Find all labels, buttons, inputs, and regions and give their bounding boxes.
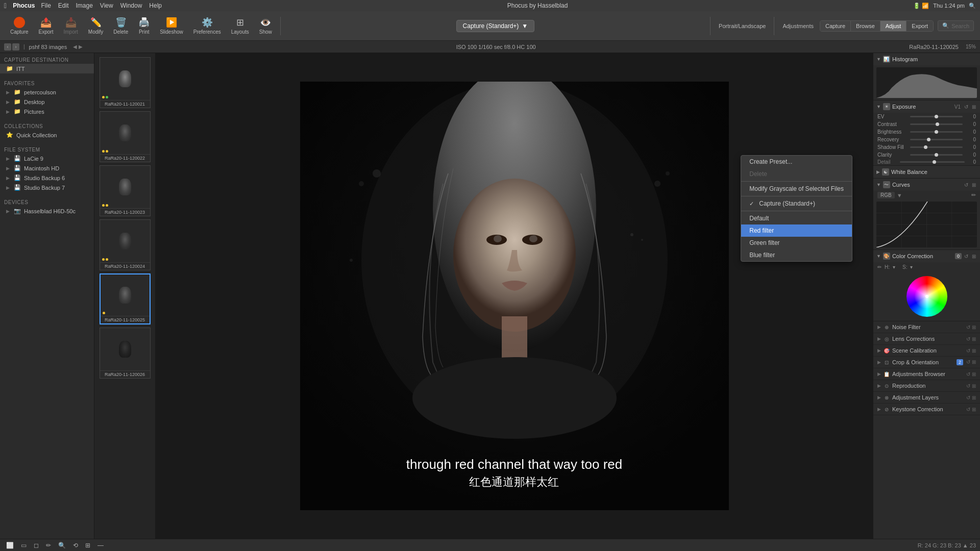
film-thumb-4[interactable]: RaRa20-11-120024 [100,219,151,270]
repro-options[interactable]: ⊞ [972,383,976,389]
tab-browse[interactable]: Browse [851,21,880,31]
delete-button[interactable]: 🗑️ Delete [109,15,132,37]
wb-header[interactable]: ▶ ☯ White Balance [873,166,980,178]
shadow-fill-thumb[interactable] [924,145,927,149]
export-button[interactable]: 📤 Export [35,15,58,37]
dropdown-red-filter[interactable]: Red filter [741,224,852,237]
brightness-thumb[interactable] [935,130,938,134]
section-keystone[interactable]: ▶ ⊘ Keystone Correction ↺ ⊞ [873,404,980,415]
tool-rect2[interactable]: ▭ [19,541,29,550]
detail-thumb[interactable] [933,160,936,164]
film-thumb-3[interactable]: RaRa20-11-120023 [100,165,151,216]
curves-display[interactable] [876,202,977,247]
modify-button[interactable]: ✏️ Modify [84,15,107,37]
sidebar-item-pictures[interactable]: ▶ 📁 Pictures [0,107,94,116]
exposure-options[interactable]: ⊞ [971,104,977,110]
histogram-header[interactable]: ▼ 📊 Histogram [873,53,980,65]
film-thumb-2[interactable]: RaRa20-11-120022 [100,111,151,162]
contrast-thumb[interactable] [936,122,939,126]
sidebar-item-studio6[interactable]: ▶ 💾 Studio Backup 6 [0,173,94,183]
keystone-reset[interactable]: ↺ [966,407,970,412]
eyedropper-icon[interactable]: ✏ [971,192,976,198]
tool-crop[interactable]: ◻ [32,541,41,550]
nav-back[interactable]: ‹ [4,43,11,51]
section-crop-orientation[interactable]: ▶ ⊡ Crop & Orientation 2 ↺ ⊞ [873,357,980,368]
sidebar-item-petercoulson[interactable]: ▶ 📁 petercoulson [0,87,94,97]
recovery-track[interactable] [910,139,963,140]
tab-export[interactable]: Export [906,21,933,31]
preferences-button[interactable]: ⚙️ Preferences [189,15,225,37]
dropdown-blue-filter[interactable]: Blue filter [741,249,852,261]
nav-forward[interactable]: › [12,43,19,51]
section-reproduction[interactable]: ▶ ⊙ Reproduction ↺ ⊞ [873,380,980,392]
section-scene-calibration[interactable]: ▶ 🎯 Scene Calibration ↺ ⊞ [873,345,980,357]
menu-window[interactable]: Window [120,2,142,9]
section-adjustments-browser[interactable]: ▶ 📋 Adjustments Browser ↺ ⊞ [873,368,980,380]
menu-image[interactable]: Image [76,2,93,9]
folder-itt[interactable]: 📁 ITT [0,64,94,73]
menu-view[interactable]: View [100,2,113,9]
cc-reset[interactable]: ↺ [963,253,969,260]
noise-reset[interactable]: ↺ [966,324,970,330]
curves-dropdown-arrow[interactable]: ▼ [897,192,902,198]
print-button[interactable]: 🖨️ Print [134,15,154,37]
section-noise-filter[interactable]: ▶ ⊕ Noise Filter ↺ ⊞ [873,321,980,333]
dropdown-default[interactable]: Default [741,212,852,224]
tool-zoom[interactable]: 🔍 [56,541,68,550]
tab-capture[interactable]: Capture [820,21,851,31]
lens-reset[interactable]: ↺ [966,336,970,342]
keystone-options[interactable]: ⊞ [972,407,976,412]
noise-options[interactable]: ⊞ [972,324,976,330]
sidebar-item-hasselblad[interactable]: ▶ 📷 Hasselblad H6D-50c [0,206,94,216]
adjbrowser-reset[interactable]: ↺ [966,371,970,377]
sidebar-item-macintosh[interactable]: ▶ 💾 Macintosh HD [0,163,94,173]
capture-dropdown[interactable]: Capture (Standard+) ▼ [456,20,535,32]
tool-pen[interactable]: ✏ [44,541,53,550]
dropdown-modify-grayscale[interactable]: Modify Grayscale of Selected Files [741,183,852,195]
scene-reset[interactable]: ↺ [966,348,970,354]
dropdown-green-filter[interactable]: Green filter [741,237,852,249]
search-icon[interactable]: 🔍 [969,3,976,9]
sidebar-item-lacie[interactable]: ▶ 💾 LaCie 9 [0,154,94,163]
import-button[interactable]: 📥 Import [59,15,82,37]
film-thumb-6[interactable]: RaRa20-11-120026 [100,328,151,379]
repro-reset[interactable]: ↺ [966,383,970,389]
film-thumb-1[interactable]: RaRa20-11-120021 [100,57,151,108]
adjlayers-options[interactable]: ⊞ [972,395,976,400]
capture-button[interactable]: Capture [6,15,33,37]
menu-file[interactable]: File [41,2,51,9]
show-button[interactable]: 👁️ Show [255,15,276,37]
section-adjustment-layers[interactable]: ▶ ⊗ Adjustment Layers ↺ ⊞ [873,392,980,404]
adjustments-button[interactable]: Adjustments [778,21,818,31]
portrait-landscape-button[interactable]: Portrait/Landscape [715,21,770,31]
slideshow-button[interactable]: ▶️ Slideshow [156,15,187,37]
dropdown-create-preset[interactable]: Create Preset... [741,156,852,168]
clarity-thumb[interactable] [935,153,938,157]
crop-options[interactable]: ⊞ [972,359,976,365]
detail-track[interactable] [900,161,965,163]
clarity-track[interactable] [910,154,963,156]
shadow-fill-track[interactable] [910,146,963,148]
search-box[interactable]: 🔍 Search [938,20,974,31]
layouts-button[interactable]: ⊞ Layouts [227,15,253,37]
cc-options[interactable]: ⊞ [971,253,977,260]
sidebar-item-quick-collection[interactable]: ⭐ Quick Collection [0,130,94,140]
exposure-reset[interactable]: ↺ [963,104,969,110]
lens-options[interactable]: ⊞ [972,336,976,342]
eyedropper-icon2[interactable]: ✏ [877,264,881,270]
ev-thumb[interactable] [935,115,938,118]
tool-rotate[interactable]: ⟲ [71,541,80,550]
brightness-track[interactable] [910,131,963,133]
cc-header[interactable]: ▼ 🎨 Color Correction 0 ↺ ⊞ [873,250,980,262]
tool-minus[interactable]: — [95,541,106,550]
curves-reset[interactable]: ↺ [963,182,969,188]
section-lens-corrections[interactable]: ▶ ◎ Lens Corrections ↺ ⊞ [873,333,980,345]
menu-help[interactable]: Help [149,2,162,9]
tool-rect[interactable]: ⬜ [4,541,16,550]
ev-track[interactable] [910,116,963,117]
crop-reset[interactable]: ↺ [966,359,970,365]
adjlayers-reset[interactable]: ↺ [966,395,970,400]
exposure-header[interactable]: ▼ ☀ Exposure V1 ↺ ⊞ [873,101,980,113]
adjbrowser-options[interactable]: ⊞ [972,371,976,377]
tool-grid[interactable]: ⊞ [83,541,92,550]
